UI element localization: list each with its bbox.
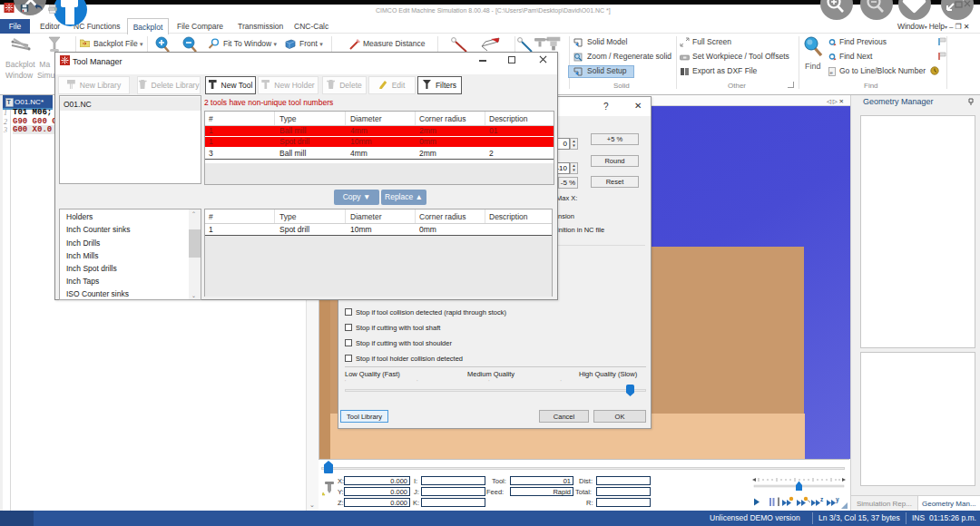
svg-text:y: y	[836, 496, 839, 503]
svg-text:z: z	[820, 496, 824, 502]
svg-text:T: T	[7, 99, 12, 105]
